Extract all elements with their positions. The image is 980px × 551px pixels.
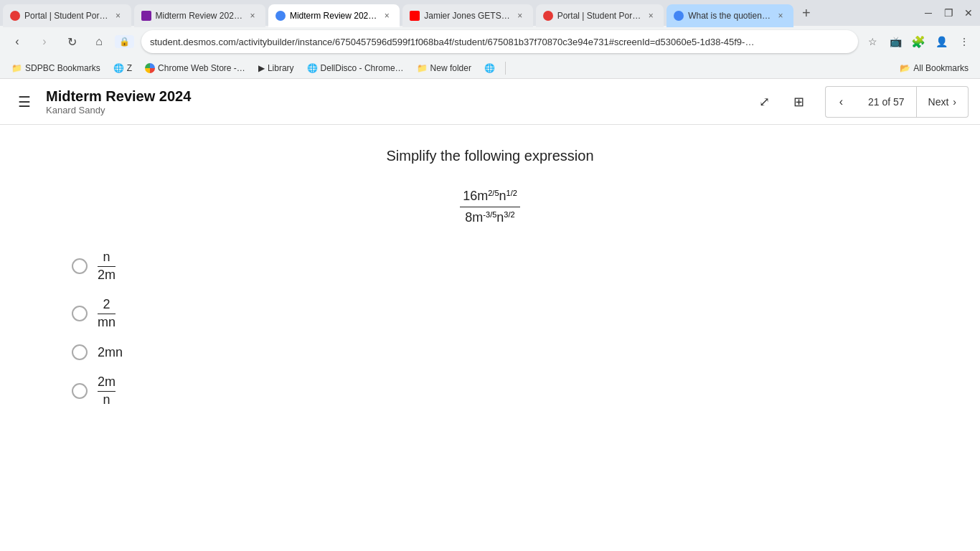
bookmark-library-label: Library [268,63,294,73]
choice-a[interactable]: n 2m [72,250,387,283]
tab-title-6: What is the quotien… [688,11,771,21]
den-n-exp: 3/2 [504,210,514,219]
page-indicator: 21 of 57 [857,86,917,118]
math-expression: 16m2/5 n1/2 8m-3/5 n3/2 [460,187,520,227]
all-bookmarks-button[interactable]: 📂 All Bookmarks [894,61,974,75]
next-button[interactable]: Next › [917,86,969,118]
tab-close-1[interactable]: × [113,10,124,22]
bookmark-library[interactable]: ▶ Library [253,61,300,75]
choice-d-label: 2m n [98,375,116,408]
choice-b-fraction: 2 mn [98,297,116,330]
tab-portal-1[interactable]: Portal | Student Por… × [3,4,131,27]
tab-youtube[interactable]: Jamier Jones GETS… × [402,4,532,27]
tab-title-4: Jamier Jones GETS… [424,11,509,21]
new-tab-button[interactable]: + [796,3,816,23]
tab-title-1: Portal | Student Por… [24,11,108,21]
num-coefficient: 16m [463,189,488,204]
tab-title-5: Portal | Student Por… [557,11,641,21]
bookmark-library-icon: ▶ [258,63,265,73]
bookmark-sdpbc[interactable]: 📁 SDPBC Bookmarks [6,61,106,75]
tab-midterm-active[interactable]: Midterm Review 202… × [268,4,400,27]
choice-c[interactable]: 2mn [72,344,387,360]
choice-c-label: 2mn [98,345,123,360]
tab-favicon-4 [410,11,420,21]
choice-a-fraction: n 2m [98,250,116,283]
radio-c[interactable] [72,344,88,360]
choice-a-denominator: 2m [98,268,116,283]
choice-b-denominator: mn [98,315,116,331]
profile-button[interactable]: 👤 [931,32,951,52]
bookmark-chrome-label: Chrome Web Store -… [158,63,245,73]
tab-favicon-6 [674,11,684,21]
hamburger-menu-button[interactable]: ☰ [11,89,37,115]
bookmark-globe[interactable]: 🌐 [479,61,501,75]
bookmark-delldisco[interactable]: 🌐 DellDisco - Chrome… [301,61,410,75]
tab-close-3[interactable]: × [381,10,392,22]
security-indicator: 🔒 [115,35,134,48]
tab-title-2: Midterm Review 202… [156,11,242,21]
restore-button[interactable]: ❐ [940,4,957,22]
tab-portal-2[interactable]: Portal | Student Por… × [536,4,664,27]
tab-midterm-1[interactable]: Midterm Review 202… × [134,4,265,27]
header-actions: ⤢ ⊞ [750,88,814,116]
choice-b[interactable]: 2 mn [72,297,387,330]
calculator-icon: ⊞ [793,94,804,110]
bookmark-chrome-store[interactable]: Chrome Web Store -… [139,61,251,75]
menu-dots-button[interactable]: ⋮ [954,32,974,52]
choice-b-numerator: 2 [103,297,110,313]
reload-button[interactable]: ↻ [60,30,83,53]
hamburger-icon: ☰ [18,93,31,110]
question-prompt: Simplify the following expression [386,148,593,164]
bookmark-newfolder-icon: 📁 [417,63,428,73]
bookmark-chrome-icon [145,63,155,73]
home-button[interactable]: ⌂ [88,30,110,53]
navigation-controls: ‹ 21 of 57 Next › [825,86,969,118]
fraction-denominator: 8m-3/5 n3/2 [462,209,517,227]
extensions-button[interactable]: 🧩 [908,32,928,52]
tab-close-2[interactable]: × [247,10,258,22]
choice-a-label: n 2m [98,250,116,283]
bookmark-z-label: Z [127,63,132,73]
tab-close-4[interactable]: × [514,10,526,22]
cast-button[interactable]: 📺 [885,32,905,52]
close-window-button[interactable]: ✕ [960,4,977,22]
choice-d-denominator: n [103,392,110,408]
tab-close-6[interactable]: × [775,10,786,22]
activity-info: Midterm Review 2024 Kanard Sandy [46,88,750,116]
den-n: n [496,210,504,225]
bookmark-newfolder-label: New folder [430,63,471,73]
bookmark-folder-icon: 📁 [11,63,22,73]
prev-button[interactable]: ‹ [825,86,857,118]
navigation-bar: ‹ › ↻ ⌂ 🔒 ☆ 📺 🧩 👤 ⋮ [0,26,980,57]
choice-d-fraction: 2m n [98,375,116,408]
calculator-button[interactable]: ⊞ [785,88,814,116]
address-bar[interactable] [141,30,858,53]
radio-a[interactable] [72,258,88,274]
tab-favicon-1 [10,11,20,21]
tab-favicon-3 [275,11,286,21]
tab-favicon-2 [141,11,151,21]
bookmark-delldisco-icon: 🌐 [307,63,318,73]
choice-d-numerator: 2m [98,375,116,390]
bookmark-z[interactable]: 🌐 Z [108,61,138,75]
minimize-button[interactable]: ─ [920,4,937,22]
bookmark-star-button[interactable]: ☆ [862,32,882,52]
fraction-bar [460,207,520,207]
back-button[interactable]: ‹ [6,30,29,53]
next-arrow-icon: › [953,96,956,108]
next-label: Next [928,96,949,108]
bookmark-new-folder[interactable]: 📁 New folder [411,61,477,75]
forward-button[interactable]: › [33,30,56,53]
radio-b[interactable] [72,306,88,321]
activity-author: Kanard Sandy [46,105,750,116]
choice-d[interactable]: 2m n [72,375,387,408]
tab-close-5[interactable]: × [645,10,656,22]
expand-button[interactable]: ⤢ [750,88,779,116]
bookmark-globe-icon: 🌐 [484,63,495,73]
answer-choices: n 2m 2 mn [29,250,387,408]
desmos-header: ☰ Midterm Review 2024 Kanard Sandy ⤢ ⊞ ‹… [0,79,980,125]
choice-a-numerator: n [103,250,110,265]
choice-d-line [98,391,116,392]
tab-quotient[interactable]: What is the quotien… × [666,4,793,27]
radio-d[interactable] [72,383,88,399]
